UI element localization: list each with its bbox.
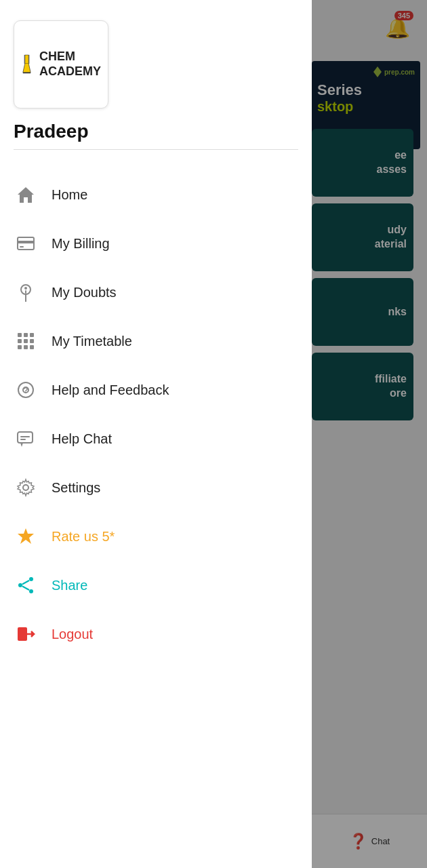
menu-label-rate: Rate us 5* xyxy=(52,529,115,545)
svg-line-36 xyxy=(22,587,29,591)
menu-item-help-chat[interactable]: Help Chat xyxy=(7,414,305,463)
svg-marker-31 xyxy=(18,528,34,544)
user-name: Pradeep xyxy=(14,121,298,142)
svg-rect-4 xyxy=(24,55,25,64)
logo-line1: CHEM xyxy=(39,50,75,63)
doubts-icon xyxy=(14,280,38,304)
menu-item-doubts[interactable]: My Doubts xyxy=(7,268,305,317)
billing-icon xyxy=(14,231,38,256)
menu-label-settings: Settings xyxy=(52,480,100,496)
logout-icon xyxy=(14,622,38,646)
svg-rect-5 xyxy=(28,55,29,64)
menu-item-help-feedback[interactable]: ? Help and Feedback xyxy=(7,366,305,414)
help-feedback-icon: ? xyxy=(14,378,38,402)
menu-label-billing: My Billing xyxy=(52,236,110,252)
navigation-drawer: CHEM ACADEMY Pradeep Home xyxy=(0,0,312,868)
menu-label-logout: Logout xyxy=(52,627,93,642)
menu-item-billing[interactable]: My Billing xyxy=(7,219,305,268)
svg-rect-17 xyxy=(18,339,22,343)
beaker-icon xyxy=(21,44,33,85)
svg-rect-22 xyxy=(30,345,34,349)
svg-marker-6 xyxy=(18,187,34,203)
svg-rect-14 xyxy=(18,333,22,337)
rate-icon xyxy=(14,524,38,549)
svg-rect-28 xyxy=(20,439,26,440)
svg-rect-15 xyxy=(24,333,28,337)
logo-text: CHEM ACADEMY xyxy=(39,50,101,79)
menu-item-logout[interactable]: Logout xyxy=(7,610,305,658)
menu-label-help-feedback: Help and Feedback xyxy=(52,382,169,398)
menu-label-share: Share xyxy=(52,578,87,593)
svg-point-30 xyxy=(23,485,28,490)
menu-item-share[interactable]: Share xyxy=(7,561,305,610)
menu-label-home: Home xyxy=(52,187,87,203)
app-logo: CHEM ACADEMY xyxy=(14,20,108,108)
home-icon xyxy=(14,182,38,207)
logo-line2: ACADEMY xyxy=(39,64,101,78)
svg-rect-21 xyxy=(24,345,28,349)
svg-rect-13 xyxy=(25,290,26,294)
menu-item-timetable[interactable]: My Timetable xyxy=(7,317,305,366)
svg-rect-20 xyxy=(18,345,22,349)
svg-point-34 xyxy=(29,589,33,593)
menu-label-help-chat: Help Chat xyxy=(52,431,112,447)
svg-text:?: ? xyxy=(23,386,28,395)
svg-point-12 xyxy=(24,287,27,290)
svg-rect-19 xyxy=(30,339,34,343)
divider xyxy=(14,149,298,150)
share-icon xyxy=(14,573,38,597)
svg-line-35 xyxy=(22,580,29,585)
svg-rect-37 xyxy=(18,627,27,641)
menu-label-doubts: My Doubts xyxy=(52,285,117,300)
drawer-logo-area: CHEM ACADEMY Pradeep xyxy=(0,0,312,170)
svg-rect-9 xyxy=(20,246,24,248)
svg-rect-8 xyxy=(18,241,34,243)
settings-icon xyxy=(14,475,38,500)
svg-rect-1 xyxy=(25,55,28,63)
svg-rect-18 xyxy=(24,339,28,343)
help-chat-icon xyxy=(14,427,38,451)
svg-point-33 xyxy=(18,583,22,587)
svg-rect-16 xyxy=(30,333,34,337)
svg-rect-27 xyxy=(20,436,30,437)
menu-item-settings[interactable]: Settings xyxy=(7,463,305,512)
svg-marker-29 xyxy=(20,443,23,447)
svg-point-32 xyxy=(29,577,33,581)
menu-item-rate[interactable]: Rate us 5* xyxy=(7,512,305,561)
menu-label-timetable: My Timetable xyxy=(52,334,132,349)
menu-item-home[interactable]: Home xyxy=(7,170,305,219)
timetable-icon xyxy=(14,329,38,353)
menu-list: Home My Billing xyxy=(0,170,312,658)
